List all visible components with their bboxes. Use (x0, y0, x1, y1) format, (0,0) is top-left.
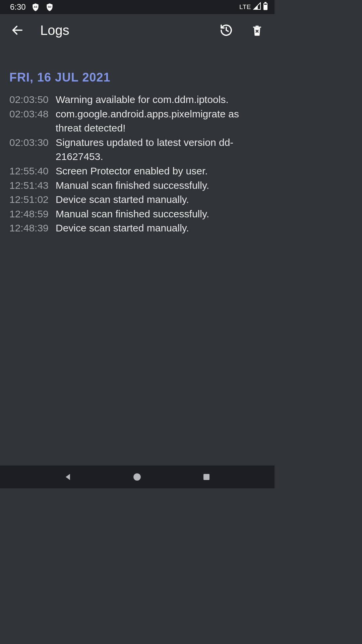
status-right: LTE (239, 2, 268, 12)
log-entry: 12:48:59Manual scan finished successfull… (9, 207, 265, 221)
app-bar: Logs (0, 14, 275, 46)
log-message: Manual scan finished successfully. (56, 178, 265, 193)
log-entry: 02:03:48com.google.android.apps.pixelmig… (9, 107, 265, 136)
nav-back-button[interactable] (61, 470, 75, 484)
log-time: 12:48:39 (9, 221, 49, 235)
svg-rect-4 (264, 4, 267, 5)
log-message: Device scan started manually. (56, 193, 265, 207)
log-time: 02:03:30 (9, 136, 49, 164)
circle-home-icon (133, 473, 141, 481)
square-recent-icon (202, 473, 210, 481)
shield-badge-sd-icon: SD (45, 3, 54, 11)
log-message: Signatures updated to latest version dd-… (56, 136, 265, 164)
nav-recent-button[interactable] (200, 470, 213, 484)
content-area[interactable]: FRI, 16 JUL 2021 02:03:50Warning availab… (0, 46, 275, 466)
svg-text:SD: SD (48, 5, 51, 8)
log-time: 12:51:43 (9, 178, 49, 193)
delete-button[interactable] (249, 22, 265, 38)
log-message: Device scan started manually. (56, 221, 265, 235)
log-entry: 12:48:39Device scan started manually. (9, 221, 265, 235)
log-time: 02:03:50 (9, 93, 49, 107)
trash-delete-icon (251, 24, 263, 36)
page-title: Logs (40, 23, 203, 38)
log-time: 12:51:02 (9, 193, 49, 207)
svg-point-6 (134, 473, 141, 481)
back-button[interactable] (9, 22, 25, 38)
status-left: 6:30 AS SD (10, 2, 54, 12)
history-icon (220, 23, 233, 37)
battery-icon (263, 2, 268, 12)
status-time: 6:30 (10, 2, 26, 12)
signal-icon (253, 2, 261, 12)
shield-badge-as-icon: AS (31, 3, 40, 11)
log-message: Screen Protector enabled by user. (56, 164, 265, 178)
svg-rect-2 (264, 2, 266, 3)
log-time: 12:55:40 (9, 164, 49, 178)
log-entry: 12:55:40Screen Protector enabled by user… (9, 164, 265, 178)
log-message: com.google.android.apps.pixelmigrate as … (56, 107, 265, 136)
nav-home-button[interactable] (130, 470, 144, 484)
log-list: 02:03:50Warning available for com.ddm.ip… (9, 93, 265, 235)
log-message: Warning available for com.ddm.iptools. (56, 93, 265, 107)
log-entry: 02:03:30Signatures updated to latest ver… (9, 136, 265, 164)
status-bar: 6:30 AS SD LTE (0, 0, 275, 14)
log-time: 12:48:59 (9, 207, 49, 221)
log-entry: 12:51:43Manual scan finished successfull… (9, 178, 265, 193)
log-message: Manual scan finished successfully. (56, 207, 265, 221)
triangle-back-icon (63, 472, 73, 482)
navigation-bar (0, 466, 275, 488)
date-header: FRI, 16 JUL 2021 (9, 70, 265, 85)
log-entry: 02:03:50Warning available for com.ddm.ip… (9, 93, 265, 107)
log-time: 02:03:48 (9, 107, 49, 136)
log-entry: 12:51:02Device scan started manually. (9, 193, 265, 207)
network-label: LTE (239, 3, 251, 11)
svg-text:AS: AS (34, 5, 37, 8)
svg-rect-7 (203, 474, 209, 480)
arrow-left-icon (11, 23, 24, 37)
history-button[interactable] (218, 22, 234, 38)
